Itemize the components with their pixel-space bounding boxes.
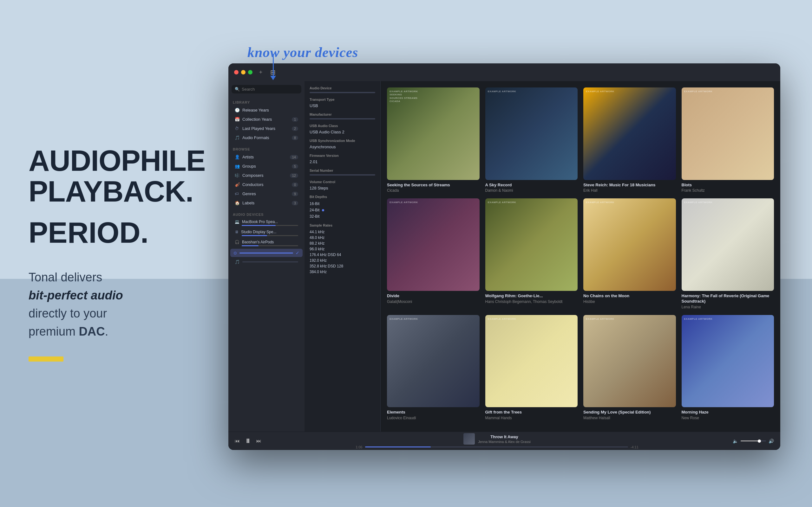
- sidebar-item-last-played[interactable]: ⏱ Last Played Years 2: [230, 124, 303, 133]
- album-card-8[interactable]: EXAMPLE ARTWORK Elements Ludovico Einaud…: [387, 315, 479, 420]
- minimize-button[interactable]: [241, 70, 246, 74]
- album-title-6: No Chains on the Moon: [583, 293, 676, 299]
- rewind-button[interactable]: ⏮: [235, 438, 240, 444]
- bit-24-label: 24-Bit: [310, 208, 319, 212]
- device-last-icon: 🎵: [235, 260, 240, 264]
- progress-track[interactable]: [365, 447, 628, 447]
- album-card-9[interactable]: EXAMPLE ARTWORK Gift from the Trees Mamm…: [485, 315, 578, 420]
- search-bar[interactable]: 🔍: [232, 85, 301, 94]
- groups-count: 5: [292, 164, 298, 169]
- art-watermark-7: EXAMPLE ARTWORK: [684, 201, 713, 204]
- album-art-4: EXAMPLE ARTWORK: [387, 199, 479, 291]
- subtext: Tonal delivers bit-perfect audio directl…: [29, 268, 187, 341]
- album-artist-11: New Rose: [681, 416, 774, 420]
- album-card-10[interactable]: EXAMPLE ARTWORK Sending My Love (Special…: [583, 315, 676, 420]
- labels-icon: 🏠: [235, 201, 240, 205]
- audio-devices-section-label: Audio Devices: [229, 210, 305, 218]
- sr-3840: 384.0 kHz: [310, 269, 375, 275]
- np-artist: Jenna Mammina & Alex de Grassi: [478, 440, 531, 444]
- sidebar-item-collection-years[interactable]: 📅 Collection Years 1: [230, 115, 303, 124]
- album-title-8: Elements: [387, 410, 479, 415]
- sidebar-item-conductors[interactable]: 🎻 Conductors 0: [230, 180, 303, 189]
- album-title-11: Morning Haze: [681, 410, 774, 415]
- genres-label: Genres: [242, 191, 289, 196]
- album-card-11[interactable]: EXAMPLE ARTWORK Morning Haze New Rose: [681, 315, 774, 420]
- sidebar-item-release-years[interactable]: 🕐 Release Years: [230, 106, 303, 114]
- period-text: Period.: [29, 216, 187, 249]
- album-art-10: EXAMPLE ARTWORK: [583, 315, 676, 407]
- album-art-5: EXAMPLE ARTWORK: [485, 199, 578, 291]
- labels-count: 3: [292, 201, 298, 205]
- device-last-row[interactable]: 🎵: [230, 258, 303, 266]
- browse-section-label: Browse: [229, 145, 305, 153]
- art-watermark-6: EXAMPLE ARTWORK: [586, 201, 614, 204]
- transport-type-title: Transport Type: [310, 98, 375, 101]
- device-macbook-pro[interactable]: 💻 MacBook Pro Spea...: [230, 218, 303, 228]
- album-card-7[interactable]: EXAMPLE ARTWORK Harmony: The Fall of Rev…: [681, 199, 774, 309]
- album-artist-8: Ludovico Einaudi: [387, 416, 479, 420]
- album-title-9: Gift from the Trees: [485, 410, 578, 415]
- sidebar-item-artists[interactable]: 👤 Artists 14: [230, 153, 303, 161]
- close-button[interactable]: [234, 70, 239, 74]
- app-window: + ⊞ 🔍 Library 🕐 Release Years 📅 Collecti…: [229, 63, 780, 450]
- album-card-4[interactable]: EXAMPLE ARTWORK Divide Galati|Mosconi: [387, 199, 479, 309]
- artists-icon: 👤: [235, 155, 240, 159]
- collection-years-count: 1: [292, 117, 298, 122]
- sidebar-item-labels[interactable]: 🏠 Labels 3: [230, 199, 303, 207]
- bit-depth-16: 16-Bit: [310, 201, 375, 207]
- sr-441: 44.1 kHz: [310, 229, 375, 235]
- add-icon[interactable]: +: [256, 68, 265, 77]
- audio-formats-count: 8: [292, 135, 298, 140]
- sidebar-item-groups[interactable]: 👥 Groups 5: [230, 162, 303, 170]
- yellow-accent-bar: [29, 356, 63, 361]
- time-elapsed: 1:06: [356, 445, 362, 449]
- sidebar-item-audio-formats[interactable]: 🎵 Audio Formats 8: [230, 133, 303, 142]
- album-card-3[interactable]: EXAMPLE ARTWORK Blots Frank Schultz: [681, 88, 774, 193]
- volume-knob[interactable]: [758, 440, 761, 443]
- album-card-5[interactable]: EXAMPLE ARTWORK Wolfgang Rihm: Goethe-Li…: [485, 199, 578, 309]
- album-grid: EXAMPLE ARTWORKSEEKINGSOURCES STREAMSCIC…: [387, 88, 774, 420]
- volume-track[interactable]: [741, 441, 766, 441]
- device-studio-display[interactable]: 🖥 Studio Display Spe...: [230, 228, 303, 238]
- album-artist-1: Damon & Naomi: [485, 188, 578, 193]
- traffic-lights: [234, 70, 252, 74]
- sr-960: 96.0 kHz: [310, 246, 375, 252]
- album-artist-5: Hans Christoph Begemann, Thomas Seyboldt: [485, 299, 578, 304]
- device-active-row[interactable]: ⊙ ✓: [230, 249, 303, 257]
- pause-button[interactable]: ⏸: [245, 437, 251, 445]
- art-watermark-9: EXAMPLE ARTWORK: [488, 318, 516, 321]
- main-content: EXAMPLE ARTWORKSEEKINGSOURCES STREAMSCIC…: [380, 81, 780, 432]
- art-watermark-5: EXAMPLE ARTWORK: [488, 201, 516, 204]
- airpods-1-label: Baoshan's AirPods: [242, 240, 274, 244]
- album-artist-0: Cicada: [387, 188, 479, 193]
- maximize-button[interactable]: [248, 70, 252, 74]
- album-card-6[interactable]: EXAMPLE ARTWORK No Chains on the Moon Hi…: [583, 199, 676, 309]
- artists-label: Artists: [242, 155, 287, 159]
- album-card-0[interactable]: EXAMPLE ARTWORKSEEKINGSOURCES STREAMSCIC…: [387, 88, 479, 193]
- bit-16-label: 16-Bit: [310, 202, 319, 206]
- art-watermark-4: EXAMPLE ARTWORK: [390, 201, 418, 204]
- macbook-label: MacBook Pro Spea...: [242, 220, 278, 224]
- album-card-1[interactable]: EXAMPLE ARTWORK A Sky Record Damon & Nao…: [485, 88, 578, 193]
- art-watermark-10: EXAMPLE ARTWORK: [586, 318, 614, 321]
- macbook-icon: 💻: [235, 220, 240, 224]
- device-airpods-1[interactable]: 🎧 Baoshan's AirPods: [230, 238, 303, 248]
- annotation-arrow: [273, 54, 274, 76]
- volume-max-icon: 🔊: [768, 439, 774, 444]
- usb-audio-class-value: USB Audio Class 2: [310, 130, 375, 134]
- fast-forward-button[interactable]: ⏭: [256, 438, 261, 444]
- device-info-panel: Audio Device Transport Type USB Manufact…: [305, 81, 380, 432]
- np-track-row: Throw It Away Jenna Mammina & Alex de Gr…: [261, 433, 733, 445]
- album-title-0: Seeking the Sources of Streams: [387, 182, 479, 188]
- bit-depths-list: 16-Bit 24-Bit 32-Bit: [310, 201, 375, 220]
- bit-32-label: 32-Bit: [310, 214, 319, 219]
- search-input[interactable]: [242, 87, 298, 92]
- art-watermark-1: EXAMPLE ARTWORK: [488, 90, 516, 93]
- sidebar: 🔍 Library 🕐 Release Years 📅 Collection Y…: [229, 81, 305, 432]
- usb-sync-mode-value: Asynchronous: [310, 145, 375, 149]
- album-card-2[interactable]: EXAMPLE ARTWORK Steve Reich: Music For 1…: [583, 88, 676, 193]
- device-active-bar: [240, 252, 293, 253]
- manufacturer-bar: [310, 118, 375, 119]
- sidebar-item-composers[interactable]: 🎼 Composers 12: [230, 171, 303, 180]
- sidebar-item-genres[interactable]: 🏷 Genres 9: [230, 189, 303, 198]
